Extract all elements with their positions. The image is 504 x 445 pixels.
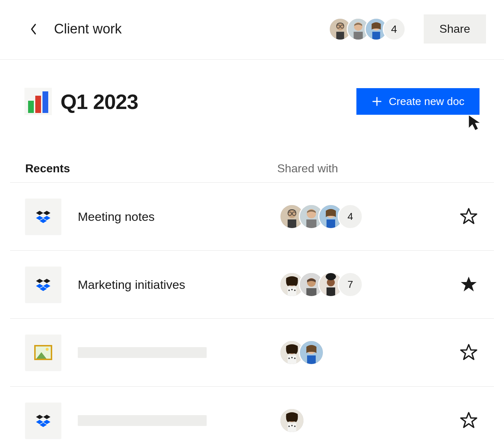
avatar-overflow-count: 7 bbox=[338, 272, 363, 297]
doc-name: Meeting notes bbox=[78, 210, 279, 224]
shared-with-avatars[interactable]: 7 bbox=[279, 272, 459, 297]
shared-with-avatars[interactable] bbox=[279, 340, 459, 365]
doc-name bbox=[78, 415, 279, 426]
dropbox-doc-icon bbox=[25, 199, 61, 235]
column-header-shared-with: Shared with bbox=[277, 162, 338, 175]
doc-name bbox=[78, 347, 279, 358]
document-list: Meeting notes 4 Marketing initiatives 7 bbox=[10, 183, 494, 445]
star-filled-icon bbox=[460, 276, 477, 293]
share-button[interactable]: Share bbox=[424, 14, 486, 44]
avatar-overflow-count: 4 bbox=[338, 204, 363, 229]
header-avatar-stack[interactable]: 4 bbox=[329, 18, 406, 41]
back-button[interactable] bbox=[25, 21, 41, 37]
header: Client work 4 Share bbox=[0, 0, 504, 60]
chevron-left-icon bbox=[30, 23, 37, 35]
placeholder-bar bbox=[78, 415, 207, 426]
create-button-label: Create new doc bbox=[389, 95, 464, 108]
avatar-overflow-count: 4 bbox=[383, 18, 406, 41]
star-outline-icon bbox=[460, 344, 477, 361]
favorite-toggle[interactable] bbox=[459, 206, 479, 227]
avatar bbox=[279, 408, 305, 433]
list-item[interactable] bbox=[10, 319, 494, 387]
favorite-toggle[interactable] bbox=[459, 410, 479, 431]
image-file-icon bbox=[25, 335, 61, 371]
placeholder-bar bbox=[78, 347, 207, 358]
create-new-doc-button[interactable]: Create new doc bbox=[356, 88, 480, 115]
plus-icon bbox=[372, 96, 382, 107]
favorite-toggle[interactable] bbox=[459, 342, 479, 363]
shared-with-avatars[interactable] bbox=[279, 408, 459, 433]
star-outline-icon bbox=[460, 208, 477, 225]
list-item[interactable] bbox=[10, 387, 494, 445]
list-header: Recents Shared with bbox=[10, 122, 494, 183]
dropbox-doc-icon bbox=[25, 403, 61, 439]
breadcrumb[interactable]: Client work bbox=[54, 21, 329, 37]
list-item[interactable]: Marketing initiatives 7 bbox=[10, 251, 494, 319]
favorite-toggle[interactable] bbox=[459, 274, 479, 295]
column-header-recents: Recents bbox=[25, 162, 277, 175]
content: Q1 2023 Create new doc Recents Shared wi… bbox=[0, 60, 504, 445]
avatar bbox=[299, 340, 324, 365]
dropbox-doc-icon bbox=[25, 267, 61, 303]
shared-with-avatars[interactable]: 4 bbox=[279, 204, 459, 229]
bar-chart-icon bbox=[24, 88, 52, 115]
doc-name: Marketing initiatives bbox=[78, 278, 279, 292]
star-outline-icon bbox=[460, 412, 477, 429]
folder-title-row: Q1 2023 Create new doc bbox=[10, 60, 494, 122]
folder-title: Q1 2023 bbox=[60, 90, 138, 114]
list-item[interactable]: Meeting notes 4 bbox=[10, 183, 494, 251]
